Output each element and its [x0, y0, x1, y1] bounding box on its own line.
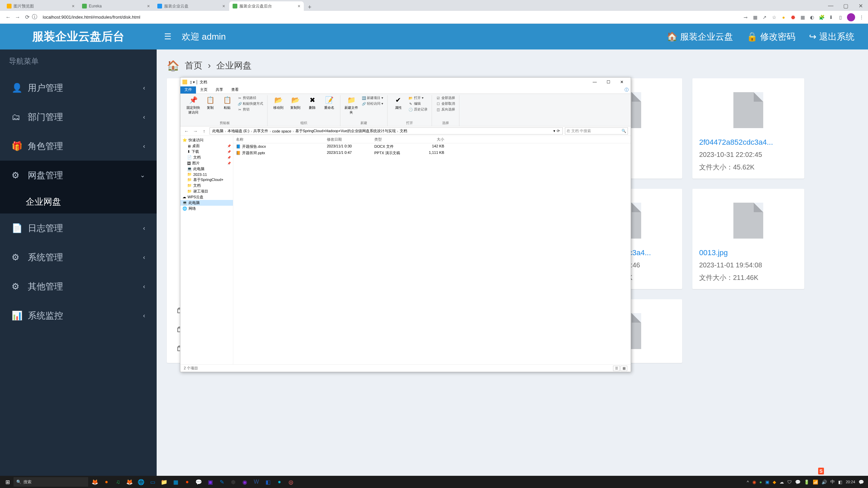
- sidebar-item-role[interactable]: 🎁角色管理‹: [0, 131, 157, 161]
- rename-button[interactable]: 📝重命名: [322, 95, 337, 110]
- breadcrumb-home[interactable]: 首页: [185, 60, 202, 72]
- taskbar-app[interactable]: ●: [182, 476, 193, 488]
- col-size[interactable]: 大小: [413, 136, 447, 143]
- new-tab-button[interactable]: +: [304, 4, 315, 11]
- sidebar-item-log[interactable]: 📄日志管理‹: [0, 214, 157, 243]
- tray-icon[interactable]: 🛡: [787, 480, 792, 485]
- sidebar-sub-enterprise-disk[interactable]: 企业网盘: [0, 190, 157, 214]
- ext-icon[interactable]: ▦: [800, 14, 806, 20]
- ribbon-tab-home[interactable]: 主页: [196, 86, 212, 94]
- clock[interactable]: 20:24: [846, 480, 855, 484]
- nav-logout[interactable]: ↪退出系统: [809, 31, 854, 43]
- col-type[interactable]: 类型: [372, 136, 413, 143]
- col-name[interactable]: 名称: [233, 136, 324, 143]
- tray-icon[interactable]: 🔋: [804, 480, 809, 485]
- forward-icon[interactable]: →: [192, 128, 199, 134]
- notification-icon[interactable]: 💬: [859, 480, 864, 485]
- nav-home[interactable]: 🏠服装企业云盘: [667, 31, 733, 43]
- star-icon[interactable]: ☆: [771, 14, 777, 20]
- ext-icon[interactable]: ●: [781, 14, 787, 20]
- sidebar-item-user[interactable]: 👤用户管理‹: [0, 73, 157, 102]
- tray-icon[interactable]: ◆: [773, 480, 776, 485]
- sidebar-item-disk[interactable]: ⚙网盘管理⌄: [0, 161, 157, 190]
- taskbar-app[interactable]: ⬢: [228, 476, 239, 488]
- close-icon[interactable]: ×: [147, 3, 150, 9]
- view-icons-icon[interactable]: ▦: [620, 366, 627, 371]
- ext-icon[interactable]: ⊸: [743, 14, 749, 20]
- tray-icon[interactable]: 💬: [795, 480, 801, 485]
- explorer-titlebar[interactable]: ▯ ▾ │ 文档 — ☐ ✕: [180, 78, 631, 86]
- search-input[interactable]: 在 文档 中搜索🔍: [565, 127, 628, 135]
- info-icon[interactable]: ⓘ: [32, 14, 37, 21]
- paste-shortcut-button[interactable]: 🔗粘贴快捷方式: [237, 101, 264, 106]
- url-input[interactable]: localhost:9001/index.html#modules/front/…: [43, 15, 739, 20]
- tray-icon[interactable]: 🔊: [822, 480, 827, 485]
- open-button[interactable]: 📂打开 ▾: [408, 95, 428, 101]
- select-none-button[interactable]: ☐全部取消: [435, 101, 456, 106]
- taskbar-app[interactable]: 📁: [159, 476, 170, 488]
- copyto-button[interactable]: 📂复制到: [288, 95, 303, 110]
- cut-path-button[interactable]: ✂剪切路径: [237, 95, 264, 101]
- close-icon[interactable]: ×: [72, 3, 75, 9]
- taskbar-search[interactable]: 🔍搜索: [14, 477, 88, 487]
- ext-icon[interactable]: ↗: [762, 14, 768, 20]
- avatar[interactable]: [847, 13, 855, 21]
- taskbar-app[interactable]: ◎: [285, 476, 296, 488]
- tree-item[interactable]: 💻此电脑: [180, 166, 233, 172]
- edit-button[interactable]: ✎编辑: [408, 101, 428, 106]
- taskbar-app[interactable]: ◉: [239, 476, 250, 488]
- tree-item[interactable]: ⬇下载📌: [180, 149, 233, 155]
- sidebar-item-other[interactable]: ⚙其他管理‹: [0, 272, 157, 301]
- taskbar-app[interactable]: W: [251, 476, 262, 488]
- taskbar-app[interactable]: ●: [101, 476, 112, 488]
- properties-button[interactable]: ✔属性: [391, 95, 406, 110]
- window-close-icon[interactable]: ✕: [853, 1, 868, 11]
- window-min-icon[interactable]: —: [588, 78, 601, 86]
- history-button[interactable]: 🕓历史记录: [408, 107, 428, 112]
- back-icon[interactable]: ←: [3, 13, 13, 22]
- file-card[interactable]: 2f04472a852cdc3a4...2023-10-31 22:02:45文…: [692, 78, 804, 179]
- taskbar-app[interactable]: ◧: [262, 476, 273, 488]
- taskbar-app[interactable]: ▣: [205, 476, 216, 488]
- start-button[interactable]: ⊞: [1, 476, 14, 488]
- ribbon-tab-view[interactable]: 查看: [227, 86, 243, 94]
- paste-button[interactable]: 📋粘贴: [220, 95, 235, 110]
- ribbon-tab-share[interactable]: 共享: [212, 86, 227, 94]
- tree-item[interactable]: 📁谢工项目: [180, 188, 233, 194]
- pin-button[interactable]: 📌固定到快速访问: [186, 95, 201, 115]
- taskbar-app[interactable]: 🌐: [136, 476, 146, 488]
- browser-tab-active[interactable]: 服装企业云盘后台×: [229, 1, 304, 11]
- tree-item[interactable]: 📁文档: [180, 183, 233, 188]
- taskbar-app[interactable]: ✎: [216, 476, 227, 488]
- tree-item[interactable]: 📄文档📌: [180, 155, 233, 160]
- tray-icon[interactable]: ◉: [752, 480, 756, 485]
- tree-item[interactable]: 🖥桌面📌: [180, 143, 233, 149]
- select-all-button[interactable]: ☑全部选择: [435, 95, 456, 101]
- window-max-icon[interactable]: ▢: [838, 1, 853, 11]
- taskbar-app[interactable]: ▭: [147, 476, 158, 488]
- sidebar-item-monitor[interactable]: 📊系统监控‹: [0, 301, 157, 330]
- forward-icon[interactable]: →: [13, 13, 22, 22]
- ime-lang[interactable]: 中: [830, 479, 835, 485]
- download-icon[interactable]: ⬇: [828, 14, 834, 20]
- taskbar-app[interactable]: ▦: [170, 476, 181, 488]
- file-row[interactable]: 📙开题答辩.pptx2023/11/1 0:47PPTX 演示文稿1,111 K…: [233, 150, 631, 156]
- ext-icon[interactable]: ⬣: [790, 14, 796, 20]
- file-row[interactable]: 📘开题报告.docx2023/11/1 0:30DOCX 文件142 KB: [233, 143, 631, 150]
- puzzle-icon[interactable]: 🧩: [818, 14, 825, 20]
- file-card[interactable]: 0013.jpg2023-11-01 19:54:08文件大小：211.46K: [692, 189, 804, 289]
- taskbar-app[interactable]: 🦊: [124, 476, 135, 488]
- account-icon[interactable]: ▯: [837, 14, 844, 20]
- home-icon[interactable]: 🏠: [167, 60, 179, 72]
- help-icon[interactable]: ⓘ: [623, 86, 631, 94]
- browser-tab[interactable]: 服装企业云盘×: [154, 1, 229, 11]
- tree-item[interactable]: ⭐快速访问: [180, 137, 233, 143]
- tree-item[interactable]: 🖼图片📌: [180, 160, 233, 166]
- menu-icon[interactable]: ⋮: [859, 14, 865, 20]
- tray-icon[interactable]: ☁: [780, 480, 784, 485]
- invert-select-button[interactable]: ◫反向选择: [435, 107, 456, 112]
- easy-access-button[interactable]: 🔗轻松访问 ▾: [361, 101, 384, 106]
- new-item-button[interactable]: 🆕新建项目 ▾: [361, 95, 384, 101]
- delete-button[interactable]: ✖删除: [305, 95, 320, 110]
- sidebar-item-dept[interactable]: 🗂部门管理‹: [0, 102, 157, 131]
